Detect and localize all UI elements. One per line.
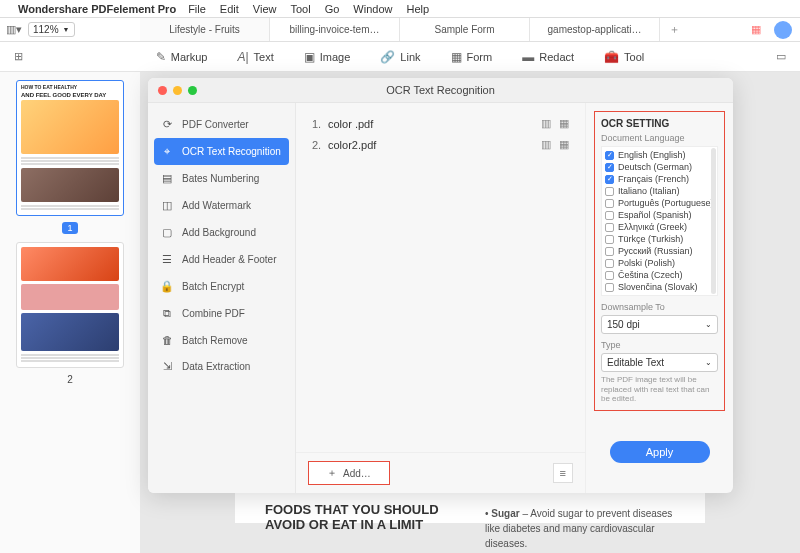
- sidebar-item-data-extraction[interactable]: ⇲Data Extraction: [148, 353, 295, 380]
- sidebar-item-watermark[interactable]: ◫Add Watermark: [148, 192, 295, 219]
- file-row[interactable]: 1. color .pdf ▥ ▦: [312, 113, 569, 134]
- sidebar-item-pdf-converter[interactable]: ⟳PDF Converter: [148, 111, 295, 138]
- menu-help[interactable]: Help: [406, 3, 429, 15]
- sidebar-item-bates[interactable]: ▤Bates Numbering: [148, 165, 295, 192]
- language-checkbox[interactable]: [605, 151, 614, 160]
- bates-icon: ▤: [160, 172, 174, 185]
- page-range-icon[interactable]: ▥: [541, 117, 551, 130]
- page-thumbnail-1[interactable]: HOW TO EAT HEALTHY AND FEEL GOOD EVERY D…: [16, 80, 124, 216]
- tab-gamestop[interactable]: gamestop-applicati…: [530, 18, 660, 41]
- watermark-icon: ◫: [160, 199, 174, 212]
- markup-icon: ✎: [156, 50, 166, 64]
- sidebar-item-batch-remove[interactable]: 🗑Batch Remove: [148, 327, 295, 353]
- language-option[interactable]: Italiano (Italian): [605, 185, 715, 197]
- sidebar-item-encrypt[interactable]: 🔒Batch Encrypt: [148, 273, 295, 300]
- tool-toolbar: ⊞ ✎Markup A|Text ▣Image 🔗Link ▦Form ▬Red…: [0, 42, 800, 72]
- tab-lifestyle-fruits[interactable]: Lifestyle - Fruits: [140, 18, 270, 41]
- language-list[interactable]: English (English)Deutsch (German)Françai…: [601, 146, 718, 296]
- menu-file[interactable]: File: [188, 3, 206, 15]
- language-checkbox[interactable]: [605, 211, 614, 220]
- window-zoom-button[interactable]: [188, 86, 197, 95]
- sidebar-toggle-icon[interactable]: ▥▾: [6, 23, 22, 36]
- page-number-2: 2: [8, 374, 132, 385]
- language-checkbox[interactable]: [605, 163, 614, 172]
- language-checkbox[interactable]: [605, 199, 614, 208]
- downsample-label: Downsample To: [601, 302, 718, 312]
- window-minimize-button[interactable]: [173, 86, 182, 95]
- tool-text[interactable]: A|Text: [237, 50, 273, 64]
- sidebar-item-background[interactable]: ▢Add Background: [148, 219, 295, 246]
- sidebar-item-combine[interactable]: ⧉Combine PDF: [148, 300, 295, 327]
- language-label: Ελληνικά (Greek): [618, 222, 687, 232]
- language-checkbox[interactable]: [605, 283, 614, 292]
- batch-sidebar: ⟳PDF Converter ⌖OCR Text Recognition ▤Ba…: [148, 103, 296, 493]
- type-select[interactable]: Editable Text⌄: [601, 353, 718, 372]
- sidebar-item-header-footer[interactable]: ☰Add Header & Footer: [148, 246, 295, 273]
- tool-tool[interactable]: 🧰Tool: [604, 50, 644, 64]
- thumbnail-view-icon[interactable]: ⊞: [14, 50, 23, 63]
- file-row[interactable]: 2. color2.pdf ▥ ▦: [312, 134, 569, 155]
- menu-go[interactable]: Go: [325, 3, 340, 15]
- menu-edit[interactable]: Edit: [220, 3, 239, 15]
- language-checkbox[interactable]: [605, 259, 614, 268]
- language-checkbox[interactable]: [605, 223, 614, 232]
- file-remove-icon[interactable]: ▦: [559, 138, 569, 151]
- menu-tool[interactable]: Tool: [290, 3, 310, 15]
- language-label: Polski (Polish): [618, 258, 675, 268]
- app-name[interactable]: Wondershare PDFelement Pro: [18, 3, 176, 15]
- language-option[interactable]: Français (French): [605, 173, 715, 185]
- language-checkbox[interactable]: [605, 271, 614, 280]
- user-avatar[interactable]: [774, 21, 792, 39]
- dialog-title: OCR Text Recognition: [148, 78, 733, 103]
- tab-sample-form[interactable]: Sample Form: [400, 18, 530, 41]
- language-option[interactable]: Ελληνικά (Greek): [605, 221, 715, 233]
- menu-window[interactable]: Window: [353, 3, 392, 15]
- tool-form[interactable]: ▦Form: [451, 50, 493, 64]
- add-tab-button[interactable]: ＋: [660, 18, 688, 41]
- app-grid-icon[interactable]: ▦: [742, 23, 770, 36]
- apply-button[interactable]: Apply: [610, 441, 710, 463]
- convert-icon: ⟳: [160, 118, 174, 131]
- doc-heading: FOODS THAT YOU SHOULD AVOID OR EAT IN A …: [265, 502, 455, 532]
- language-checkbox[interactable]: [605, 247, 614, 256]
- language-label: Türkçe (Turkish): [618, 234, 683, 244]
- more-options-button[interactable]: ≡: [553, 463, 573, 483]
- menu-view[interactable]: View: [253, 3, 277, 15]
- zoom-level[interactable]: 112%▼: [28, 22, 75, 37]
- reader-view-icon[interactable]: ▭: [776, 50, 786, 63]
- language-checkbox[interactable]: [605, 187, 614, 196]
- thumb2-image2: [21, 313, 119, 351]
- window-close-button[interactable]: [158, 86, 167, 95]
- language-option[interactable]: Türkçe (Turkish): [605, 233, 715, 245]
- language-option[interactable]: Español (Spanish): [605, 209, 715, 221]
- language-checkbox[interactable]: [605, 235, 614, 244]
- ocr-settings-panel: OCR SETTING Document Language English (E…: [585, 103, 733, 493]
- tool-form-label: Form: [467, 51, 493, 63]
- tool-redact[interactable]: ▬Redact: [522, 50, 574, 64]
- language-label: Slovenčina (Slovak): [618, 282, 698, 292]
- add-file-button[interactable]: ＋Add…: [308, 461, 390, 485]
- thumb1-image1: [21, 100, 119, 154]
- language-option[interactable]: Čeština (Czech): [605, 269, 715, 281]
- tool-link[interactable]: 🔗Link: [380, 50, 420, 64]
- doc-bullet: • Sugar – Avoid sugar to prevent disease…: [485, 506, 675, 551]
- downsample-select[interactable]: 150 dpi⌄: [601, 315, 718, 334]
- sidebar-label: PDF Converter: [182, 119, 249, 130]
- tool-image[interactable]: ▣Image: [304, 50, 351, 64]
- sidebar-item-ocr[interactable]: ⌖OCR Text Recognition: [154, 138, 289, 165]
- language-option[interactable]: Slovenčina (Slovak): [605, 281, 715, 293]
- language-option[interactable]: Português (Portuguese): [605, 197, 715, 209]
- language-option[interactable]: Русский (Russian): [605, 245, 715, 257]
- thumb2-image1: [21, 247, 119, 281]
- thumb1-title1: HOW TO EAT HEALTHY: [21, 85, 119, 90]
- language-option[interactable]: Deutsch (German): [605, 161, 715, 173]
- language-option[interactable]: English (English): [605, 149, 715, 161]
- tool-markup[interactable]: ✎Markup: [156, 50, 208, 64]
- language-option[interactable]: Polski (Polish): [605, 257, 715, 269]
- tab-billing-invoice[interactable]: billing-invoice-tem…: [270, 18, 400, 41]
- page-range-icon[interactable]: ▥: [541, 138, 551, 151]
- page-thumbnail-2[interactable]: [16, 242, 124, 368]
- chevron-down-icon: ⌄: [705, 358, 712, 367]
- file-remove-icon[interactable]: ▦: [559, 117, 569, 130]
- language-checkbox[interactable]: [605, 175, 614, 184]
